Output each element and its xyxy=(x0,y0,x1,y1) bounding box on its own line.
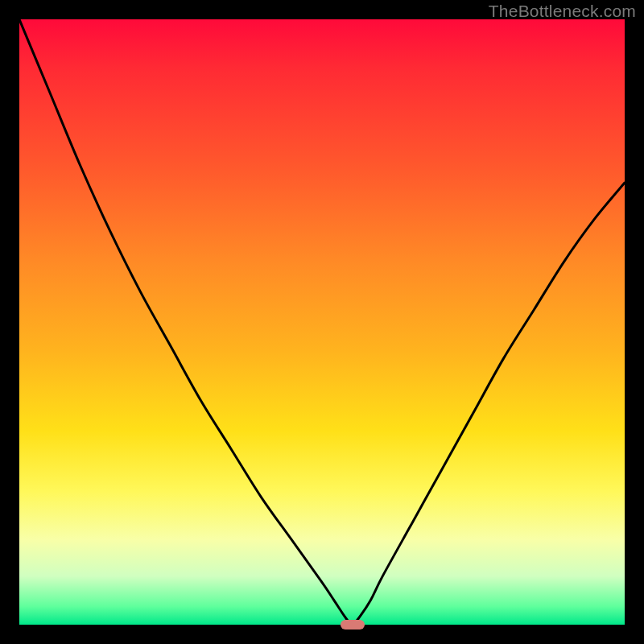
chart-plot-area xyxy=(19,19,625,625)
bottleneck-curve xyxy=(19,19,625,625)
chart-frame: TheBottleneck.com xyxy=(0,0,644,644)
curve-path xyxy=(19,19,625,625)
attribution-text: TheBottleneck.com xyxy=(489,2,636,21)
optimal-marker xyxy=(341,620,365,630)
